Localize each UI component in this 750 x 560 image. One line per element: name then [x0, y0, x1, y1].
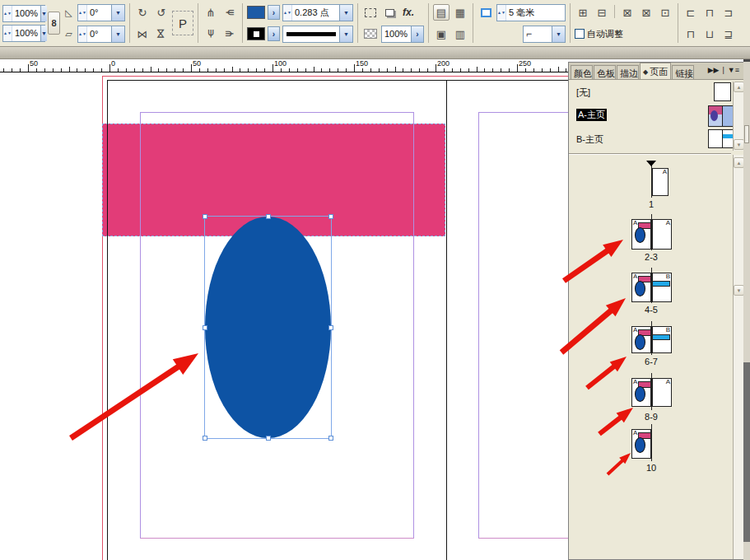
rotation-spinner[interactable]: ▲▼ [78, 26, 87, 42]
wrap-object-shape-icon[interactable]: ▣ [433, 26, 450, 42]
flip-vertical-icon[interactable]: ⋈ [153, 26, 170, 42]
blue-ellipse[interactable] [205, 217, 331, 438]
wrap-bounding-box-icon[interactable]: ▦ [452, 4, 468, 21]
master-b-label[interactable]: B-主页 [576, 133, 603, 146]
stroke-weight-spinner[interactable]: ▲▼ [283, 5, 292, 21]
page-thumbnail-1[interactable]: A [652, 168, 668, 196]
stroke-color-swatch[interactable] [247, 27, 265, 40]
master-none-label[interactable]: [无] [576, 86, 590, 99]
master-a-thumbnail[interactable] [708, 105, 736, 127]
rotation-angle-value[interactable]: 0° [87, 29, 111, 39]
selection-handle[interactable] [203, 214, 207, 219]
wrap-none-icon[interactable]: ▤ [433, 4, 450, 21]
tab-swatches[interactable]: 色板 [594, 65, 616, 79]
align-left-icon[interactable]: ⊏ [682, 4, 699, 21]
scale-x-dropdown-icon[interactable]: ▼ [40, 6, 47, 21]
select-next-object-icon[interactable]: ⋔ [221, 26, 238, 42]
align-right-icon[interactable]: ⊐ [720, 4, 737, 21]
masters-scrollbar[interactable]: ▲ ▼ [733, 82, 744, 151]
tab-pages[interactable]: ◆页面 [640, 63, 671, 79]
stroke-weight-value[interactable]: 0.283 点 [292, 7, 339, 19]
reference-point-proxy[interactable]: P [172, 11, 193, 35]
opacity-field[interactable]: 100% › [381, 26, 424, 43]
page-number-label[interactable]: 10 [618, 463, 684, 473]
selection-handle[interactable] [266, 214, 271, 219]
page-thumbnail-6-7[interactable]: A [631, 326, 651, 353]
corner-options-dropdown[interactable]: ⌐ ▼ [523, 26, 566, 43]
effects-fx-icon[interactable]: fx. [400, 4, 417, 21]
shear-angle-value[interactable]: 0° [87, 7, 111, 17]
drop-shadow-icon[interactable] [381, 4, 398, 21]
align-middle-vertical-icon[interactable]: ⊔ [701, 26, 718, 42]
master-b-thumbnail[interactable] [708, 129, 736, 148]
page-number-label[interactable]: 2-3 [618, 252, 684, 262]
stroke-apply-arrow-button[interactable]: › [268, 26, 280, 41]
page-thumbnail-8-9[interactable]: A [652, 378, 672, 407]
gap-value-field[interactable]: ▲▼ 5 毫米 [496, 4, 566, 21]
page-thumbnail-4-5[interactable]: B [652, 273, 672, 302]
scale-y-spinner[interactable]: ▲▼ [3, 26, 12, 41]
shear-spinner[interactable]: ▲▼ [78, 5, 87, 21]
rotation-dropdown-icon[interactable]: ▼ [111, 26, 124, 42]
rotate-cw-icon[interactable]: ↻ [134, 4, 151, 21]
page-thumbnail-6-7[interactable]: B [652, 326, 672, 353]
wrap-jump-icon[interactable]: ▥ [452, 26, 468, 42]
select-container-up-icon[interactable]: ⋔ [203, 4, 219, 21]
fill-frame-proportionally-icon[interactable]: ⊠ [638, 4, 655, 21]
page-thumbnail-2-3[interactable]: A [631, 219, 651, 250]
page-thumbnail-2-3[interactable]: A [652, 219, 672, 250]
scale-y-field[interactable]: ▲▼ 100% ▼ [2, 25, 45, 42]
selection-handle[interactable] [328, 325, 333, 330]
rotate-ccw-icon[interactable]: ↺ [153, 4, 170, 21]
page-number-label[interactable]: 8-9 [618, 412, 684, 422]
horizontal-ruler[interactable]: 50050100150200250 [0, 59, 568, 72]
select-content-down-icon[interactable]: ⋔ [203, 26, 219, 42]
gap-value[interactable]: 5 毫米 [506, 7, 565, 19]
object-style-icon[interactable] [362, 4, 379, 21]
page-number-label[interactable]: 4-5 [618, 305, 684, 315]
selection-handle[interactable] [328, 436, 333, 441]
scale-x-field[interactable]: ▲▼ 100% ▼ [2, 5, 45, 22]
constrain-proportions-link-icon[interactable]: 8 [48, 12, 60, 35]
rotation-angle-field[interactable]: ▲▼ 0° ▼ [77, 26, 125, 43]
opacity-value[interactable]: 100% [382, 29, 411, 39]
selection-handle[interactable] [203, 436, 207, 441]
page-thumbnail-10[interactable]: A [631, 429, 651, 459]
selection-handle[interactable] [328, 214, 333, 219]
stroke-weight-dropdown-icon[interactable]: ▼ [339, 5, 352, 21]
scale-y-dropdown-icon[interactable]: ▼ [40, 26, 47, 41]
scale-y-value[interactable]: 100% [12, 28, 40, 38]
corner-options-dropdown-icon[interactable]: ▼ [552, 26, 565, 42]
scrollbar-shadow[interactable] [743, 362, 750, 542]
pages-scrollbar[interactable]: ▲ ▼ [733, 155, 744, 559]
stroke-type-dropdown[interactable]: ▼ [282, 26, 353, 43]
fit-content-proportionally-icon[interactable]: ⊠ [619, 4, 636, 21]
dock-handle[interactable] [744, 125, 749, 143]
scale-x-spinner[interactable]: ▲▼ [3, 6, 12, 21]
page-thumbnail-8-9[interactable]: A [631, 378, 651, 407]
panel-menu-icon[interactable]: ▼≡ [728, 66, 739, 74]
shear-dropdown-icon[interactable]: ▼ [111, 5, 124, 21]
page-number-label[interactable]: 6-7 [618, 357, 684, 366]
page-number-label[interactable]: 1 [618, 199, 684, 209]
fit-content-to-frame-icon[interactable]: ⊞ [575, 4, 591, 21]
shear-angle-field[interactable]: ▲▼ 0° ▼ [77, 4, 125, 21]
flip-horizontal-icon[interactable]: ⋈ [134, 26, 151, 42]
align-bottom-icon[interactable]: ⊒ [720, 26, 737, 42]
gap-spinner[interactable]: ▲▼ [497, 5, 506, 21]
selection-handle[interactable] [266, 436, 271, 441]
tab-stroke[interactable]: 描边 [617, 65, 639, 79]
tab-links[interactable]: 链接 [672, 65, 694, 79]
align-center-horizontal-icon[interactable]: ⊓ [701, 4, 718, 21]
stroke-weight-field[interactable]: ▲▼ 0.283 点 ▼ [282, 4, 353, 21]
center-content-icon[interactable]: ⊡ [657, 4, 673, 21]
opacity-dropdown-button[interactable]: › [411, 26, 423, 42]
tab-color[interactable]: 颜色 [571, 65, 593, 79]
page-thumbnail-4-5[interactable]: A [631, 273, 651, 302]
selected-ellipse-frame[interactable] [204, 216, 332, 439]
select-previous-object-icon[interactable]: ⋔ [221, 4, 238, 21]
stroke-type-dropdown-icon[interactable]: ▼ [339, 26, 352, 42]
fill-color-swatch[interactable] [247, 6, 265, 19]
selection-handle[interactable] [203, 325, 207, 330]
panel-collapse-icon[interactable]: ▶▶ [708, 66, 720, 74]
